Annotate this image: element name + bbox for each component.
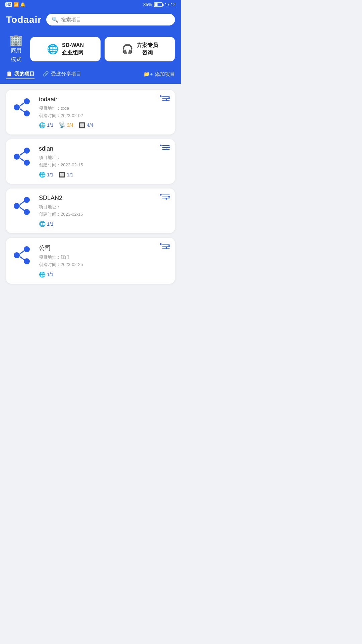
project-address: 项目地址： xyxy=(39,203,158,211)
add-project-label: 添加项目 xyxy=(155,71,175,77)
globe-icon: 🌐 xyxy=(47,44,59,55)
signal-icon: 📶 xyxy=(13,2,19,7)
mode-line1: 商用 xyxy=(11,47,21,54)
stat-grid-value: 4/4 xyxy=(87,122,93,128)
project-card-company[interactable]: 公司 项目地址：江门 创建时间：2023-02-25 🌐 1/1 xyxy=(6,238,175,283)
consultant-label: 方案专员 咨询 xyxy=(137,42,158,57)
svg-point-15 xyxy=(24,246,30,252)
search-icon: 🔍 xyxy=(52,16,58,23)
hd-badge: HD xyxy=(5,2,12,7)
stat-grid: 🔲 4/4 xyxy=(79,122,93,128)
battery-fill xyxy=(155,3,157,6)
svg-line-14 xyxy=(20,207,24,211)
globe-stat-icon: 🌐 xyxy=(39,221,46,227)
mode-buttons: 🌐 SD-WAN 企业组网 🎧 方案专员 咨询 xyxy=(30,37,175,61)
commercial-mode: 🏢 商用 模式 xyxy=(6,35,26,63)
project-address: 项目地址：江门 xyxy=(39,254,158,261)
headset-icon: 🎧 xyxy=(122,44,133,55)
app-logo: Todaair xyxy=(6,14,42,25)
svg-line-4 xyxy=(20,109,24,112)
globe-stat-icon: 🌐 xyxy=(39,122,46,128)
project-icon xyxy=(11,244,34,267)
globe-stat-icon: 🌐 xyxy=(39,271,46,278)
svg-point-11 xyxy=(14,203,20,209)
project-created: 创建时间：2023-02-15 xyxy=(39,211,158,218)
project-name: SDLAN2 xyxy=(39,195,158,202)
project-stats: 🌐 1/1 🔲 1/1 xyxy=(39,171,158,178)
consultant-button[interactable]: 🎧 方案专员 咨询 xyxy=(105,37,175,61)
search-bar[interactable]: 🔍 xyxy=(46,14,175,25)
project-stats: 🌐 1/1 xyxy=(39,221,158,227)
stat-wifi: 📡 3/4 xyxy=(59,122,73,128)
sdwan-button[interactable]: 🌐 SD-WAN 企业组网 xyxy=(30,37,101,61)
stat-globe-value: 1/1 xyxy=(47,221,53,227)
building-icon: 🏢 xyxy=(9,35,23,46)
project-created: 创建时间：2023-02-15 xyxy=(39,161,158,169)
project-address: 项目地址：toda xyxy=(39,105,158,112)
share-link-icon: 🔗 xyxy=(43,71,49,77)
stat-grid-value: 1/1 xyxy=(67,172,73,177)
add-project-button[interactable]: 📁+ 添加项目 xyxy=(143,71,175,77)
project-info-company: 公司 项目地址：江门 创建时间：2023-02-25 🌐 1/1 xyxy=(39,244,158,277)
svg-point-7 xyxy=(24,160,30,166)
project-icon xyxy=(11,145,34,168)
svg-point-10 xyxy=(24,197,30,203)
add-folder-icon: 📁+ xyxy=(143,71,153,77)
mode-section: 🏢 商用 模式 🌐 SD-WAN 企业组网 🎧 方案专员 咨询 xyxy=(0,31,181,69)
wifi-stat-icon: 📡 xyxy=(59,122,65,128)
grid-stat-icon: 🔲 xyxy=(59,171,65,178)
time-display: 17:12 xyxy=(165,2,176,7)
svg-point-6 xyxy=(14,154,20,160)
stat-wifi-value: 3/4 xyxy=(67,122,73,128)
globe-stat-icon: 🌐 xyxy=(39,171,46,178)
stat-globe: 🌐 1/1 xyxy=(39,271,53,278)
svg-line-18 xyxy=(20,251,24,254)
project-card-sdlan[interactable]: sdlan 项目地址： 创建时间：2023-02-15 🌐 1/1 🔲 1/1 xyxy=(6,139,175,184)
mode-line2: 模式 xyxy=(11,56,21,63)
stat-grid: 🔲 1/1 xyxy=(59,171,73,178)
project-info-sdlan: sdlan 项目地址： 创建时间：2023-02-15 🌐 1/1 🔲 1/1 xyxy=(39,145,158,178)
tab-my-projects[interactable]: 📋 我的项目 xyxy=(6,69,35,79)
battery-icon xyxy=(154,2,163,7)
grid-stat-icon: 🔲 xyxy=(79,122,85,128)
svg-point-16 xyxy=(14,252,20,258)
tab-shared-projects[interactable]: 🔗 受邀分享项目 xyxy=(43,69,81,79)
project-menu-button[interactable] xyxy=(162,195,170,199)
battery-percent: 35% xyxy=(143,2,152,7)
nav-tabs: 📋 我的项目 🔗 受邀分享项目 📁+ 添加项目 xyxy=(0,69,181,84)
status-right: 35% 17:12 xyxy=(143,2,176,7)
project-name: 公司 xyxy=(39,244,158,252)
project-menu-button[interactable] xyxy=(162,145,170,150)
svg-point-0 xyxy=(24,98,30,104)
tab-my-projects-label: 我的项目 xyxy=(14,71,35,77)
app-header: Todaair 🔍 xyxy=(0,9,181,31)
stat-globe: 🌐 1/1 xyxy=(39,221,53,227)
search-input[interactable] xyxy=(61,17,170,22)
svg-line-8 xyxy=(20,152,24,155)
project-menu-button[interactable] xyxy=(162,244,170,249)
project-menu-button[interactable] xyxy=(162,96,170,101)
project-created: 创建时间：2023-02-02 xyxy=(39,112,158,119)
svg-line-13 xyxy=(20,201,24,205)
svg-point-17 xyxy=(24,258,30,264)
stat-globe-value: 1/1 xyxy=(47,122,53,128)
project-card-sdlan2[interactable]: SDLAN2 项目地址： 创建时间：2023-02-15 🌐 1/1 xyxy=(6,189,175,233)
project-card-todaair[interactable]: todaair 项目地址：toda 创建时间：2023-02-02 🌐 1/1 … xyxy=(6,90,175,135)
status-bar: HD 📶 🔔 35% 17:12 xyxy=(0,0,181,9)
stat-globe: 🌐 1/1 xyxy=(39,122,53,128)
project-icon xyxy=(11,96,34,119)
project-stats: 🌐 1/1 📡 3/4 🔲 4/4 xyxy=(39,122,158,128)
project-icon xyxy=(11,195,34,217)
project-info-todaair: todaair 项目地址：toda 创建时间：2023-02-02 🌐 1/1 … xyxy=(39,96,158,128)
svg-line-3 xyxy=(20,103,24,106)
status-left: HD 📶 🔔 xyxy=(5,2,25,7)
project-stats: 🌐 1/1 xyxy=(39,271,158,278)
svg-line-19 xyxy=(20,257,24,260)
project-list: todaair 项目地址：toda 创建时间：2023-02-02 🌐 1/1 … xyxy=(0,84,181,290)
tab-shared-projects-label: 受邀分享项目 xyxy=(51,71,81,77)
project-address: 项目地址： xyxy=(39,154,158,161)
svg-point-12 xyxy=(24,209,30,215)
project-info-sdlan2: SDLAN2 项目地址： 创建时间：2023-02-15 🌐 1/1 xyxy=(39,195,158,227)
inbox-icon: 📋 xyxy=(6,71,12,77)
stat-globe: 🌐 1/1 xyxy=(39,171,53,178)
